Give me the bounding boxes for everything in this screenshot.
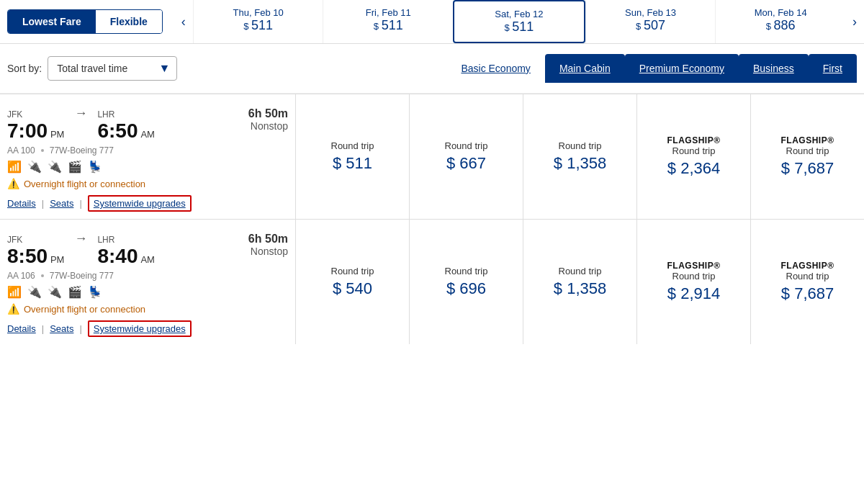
price-label-0-0: Round trip — [331, 140, 374, 151]
dest-code-1: LHR — [97, 235, 154, 245]
date-label-1: Fri, Feb 11 — [329, 7, 447, 18]
price-label-1-2: Round trip — [559, 266, 602, 276]
flight-links-0: Details | Seats | Systemwide upgrades — [7, 195, 288, 212]
link-sep-2-0: | — [79, 198, 81, 209]
price-amount-1-1: $ 696 — [446, 279, 486, 298]
price-label-0-3: Round trip — [672, 145, 716, 156]
date-cell-4[interactable]: Mon, Feb 14 $ 886 — [715, 0, 845, 43]
flight-number-1: AA 106 — [7, 271, 35, 281]
date-cell-3[interactable]: Sun, Feb 13 $ 507 — [585, 0, 716, 43]
date-price-3: $ 507 — [592, 18, 710, 33]
price-label-0-1: Round trip — [445, 140, 488, 151]
price-amount-0-1: $ 667 — [446, 154, 486, 173]
amenities-0: 📶 🔌 🔌 🎬 💺 — [7, 160, 288, 174]
flagship-label-1-4: FLAGSHIP® — [780, 261, 834, 271]
cabin-tabs: Basic EconomyMain CabinPremium EconomyBu… — [446, 54, 857, 83]
price-card-0-business[interactable]: FLAGSHIP® Round trip $ 2,364 — [636, 94, 750, 219]
price-card-0-basic[interactable]: Round trip $ 511 — [295, 94, 409, 219]
price-card-1-business[interactable]: FLAGSHIP® Round trip $ 2,914 — [636, 220, 750, 344]
date-label-4: Mon, Feb 14 — [721, 7, 840, 18]
price-amount-0-4: $ 7,687 — [781, 159, 834, 178]
cabin-tab-first[interactable]: First — [809, 54, 857, 83]
sort-select[interactable]: Total travel time Price Departure time — [48, 56, 177, 81]
sort-select-wrapper: Total travel time Price Departure time ▼ — [48, 56, 177, 81]
origin-code-0: JFK — [7, 109, 64, 120]
flights-container: JFK 7:00 PM → LHR 6:50 AM 6h 50m Nonstop… — [0, 94, 864, 344]
price-label-1-4: Round trip — [786, 271, 829, 282]
price-card-1-premium[interactable]: Round trip $ 1,358 — [523, 220, 636, 344]
depart-time-1: 8:50 — [7, 245, 48, 267]
arrow-icon-0: → — [74, 106, 87, 121]
flight-info-1: JFK 8:50 PM → LHR 8:40 AM 6h 50m Nonstop… — [0, 220, 295, 344]
depart-period-1: PM — [50, 254, 65, 265]
flagship-label-0-3: FLAGSHIP® — [667, 135, 720, 145]
amenities-1: 📶 🔌 🔌 🎬 💺 — [7, 285, 288, 299]
price-amount-0-2: $ 1,358 — [554, 154, 606, 173]
arrive-period-1: AM — [140, 254, 155, 265]
cabin-tab-business[interactable]: Business — [739, 54, 809, 83]
date-cell-0[interactable]: Thu, Feb 10 $ 511 — [193, 0, 323, 43]
seat-icon-0: 💺 — [88, 160, 102, 174]
cabin-tab-premium-economy[interactable]: Premium Economy — [625, 54, 739, 83]
price-card-0-premium[interactable]: Round trip $ 1,358 — [523, 94, 636, 219]
flight-meta-1: AA 106 77W-Boeing 777 — [7, 271, 288, 281]
stops-1: Nonstop — [248, 246, 288, 257]
date-price-4: $ 886 — [721, 18, 840, 33]
systemwide-link-1[interactable]: Systemwide upgrades — [88, 320, 192, 337]
price-cards-1: Round trip $ 540 Round trip $ 696 Round … — [295, 220, 864, 344]
wifi-icon-0: 📶 — [7, 160, 22, 174]
arrow-icon-1: → — [74, 231, 87, 246]
link-sep-1-1: | — [42, 323, 44, 334]
price-amount-1-0: $ 540 — [333, 279, 372, 298]
prev-date-arrow[interactable]: ‹ — [174, 14, 193, 30]
overnight-notice-1: ⚠️ Overnight flight or connection — [7, 303, 288, 315]
flight-links-1: Details | Seats | Systemwide upgrades — [7, 320, 288, 337]
systemwide-link-0[interactable]: Systemwide upgrades — [88, 195, 192, 212]
details-link-0[interactable]: Details — [7, 198, 36, 209]
origin-code-1: JFK — [7, 235, 64, 245]
price-card-1-first[interactable]: FLAGSHIP® Round trip $ 7,687 — [750, 220, 864, 344]
depart-time-0: 7:00 — [7, 120, 48, 142]
date-label-0: Thu, Feb 10 — [199, 7, 318, 18]
flight-meta-0: AA 100 77W-Boeing 777 — [7, 145, 288, 156]
meta-dot-1 — [41, 274, 44, 277]
flight-row-1: JFK 8:50 PM → LHR 8:40 AM 6h 50m Nonstop… — [0, 219, 864, 344]
meta-dot-0 — [41, 149, 44, 152]
cabin-tab-main-cabin[interactable]: Main Cabin — [545, 54, 625, 83]
date-cells: Thu, Feb 10 $ 511 Fri, Feb 11 $ 511 Sat,… — [193, 0, 845, 43]
date-price-2: $ 511 — [460, 19, 578, 35]
sort-label: Sort by: — [7, 63, 42, 74]
date-cell-1[interactable]: Fri, Feb 11 $ 511 — [323, 0, 453, 43]
date-nav: ‹ Thu, Feb 10 $ 511 Fri, Feb 11 $ 511 Sa… — [174, 0, 864, 43]
overnight-text-0: Overnight flight or connection — [24, 179, 145, 189]
date-cell-2[interactable]: Sat, Feb 12 $ 511 — [453, 0, 585, 43]
lowest-fare-button[interactable]: Lowest Fare — [8, 10, 96, 33]
flagship-label-1-3: FLAGSHIP® — [667, 261, 720, 271]
dest-code-0: LHR — [97, 109, 154, 120]
usb-icon-0: 🔌 — [48, 160, 62, 174]
seats-link-0[interactable]: Seats — [50, 198, 73, 209]
overnight-notice-0: ⚠️ Overnight flight or connection — [7, 178, 288, 189]
link-sep-1-0: | — [42, 198, 44, 209]
date-price-0: $ 511 — [199, 18, 318, 33]
price-card-0-main[interactable]: Round trip $ 667 — [409, 94, 523, 219]
flagship-label-0-4: FLAGSHIP® — [780, 135, 834, 145]
price-amount-1-3: $ 2,914 — [667, 284, 720, 303]
price-card-0-first[interactable]: FLAGSHIP® Round trip $ 7,687 — [750, 94, 864, 219]
next-date-arrow[interactable]: › — [845, 14, 864, 30]
price-label-1-3: Round trip — [672, 271, 716, 282]
price-amount-1-4: $ 7,687 — [781, 284, 834, 303]
cabin-tab-basic-economy[interactable]: Basic Economy — [446, 54, 544, 83]
duration-0: 6h 50m — [248, 107, 288, 120]
wifi-icon-1: 📶 — [7, 285, 22, 299]
price-amount-0-0: $ 511 — [333, 154, 372, 173]
date-label-2: Sat, Feb 12 — [460, 9, 578, 19]
price-card-1-basic[interactable]: Round trip $ 540 — [295, 220, 409, 344]
flexible-button[interactable]: Flexible — [96, 10, 162, 33]
details-link-1[interactable]: Details — [7, 323, 36, 334]
price-card-1-main[interactable]: Round trip $ 696 — [409, 220, 523, 344]
seats-link-1[interactable]: Seats — [50, 323, 73, 334]
price-label-1-1: Round trip — [445, 266, 488, 276]
price-amount-1-2: $ 1,358 — [554, 279, 606, 298]
link-sep-2-1: | — [79, 323, 81, 334]
